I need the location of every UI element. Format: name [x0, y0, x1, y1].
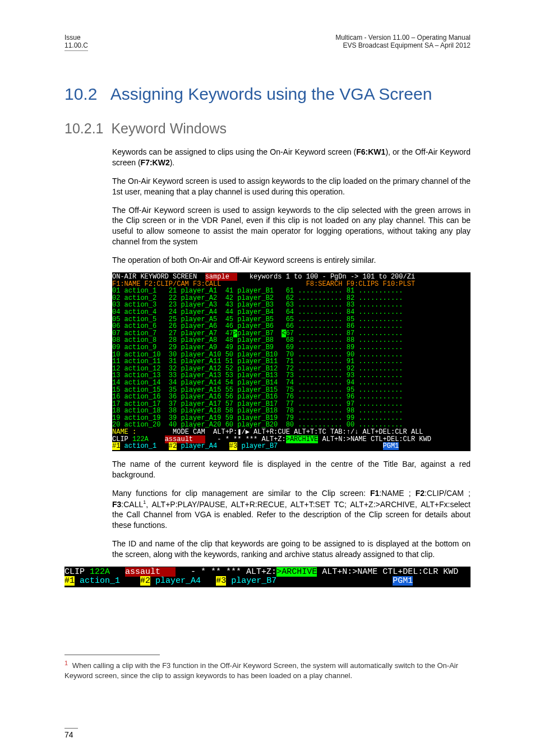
page-number: 74: [64, 728, 78, 739]
paragraph-1: Keywords can be assigned to clips using …: [112, 147, 471, 168]
page-header: Issue 11.00.C Multicam - Version 11.00 –…: [64, 34, 471, 51]
section-number: 10.2: [64, 85, 97, 103]
paragraph-3: The Off-Air Keyword screen is used to as…: [112, 205, 471, 248]
manual-title: Multicam - Version 11.00 – Operating Man…: [335, 34, 471, 41]
subsection-number: 10.2.1: [64, 120, 104, 136]
paragraph-2: The On-Air Keyword screen is used to ass…: [112, 176, 471, 197]
subsection-heading: 10.2.1 Keyword Windows: [64, 120, 471, 137]
footnote-text: When calling a clip with the F3 function…: [64, 661, 458, 680]
section-title-text: Assigning Keywords using the VGA Screen: [110, 85, 432, 103]
footnote-separator: [64, 655, 160, 655]
issue-code: 11.00.C: [64, 41, 88, 49]
terminal-small-screenshot: CLIP 122A assault - * ** *** ALT+Z:>ARCH…: [64, 567, 471, 587]
header-issue: Issue 11.00.C: [64, 34, 88, 51]
paragraph-7: The ID and name of the clip that keyword…: [112, 539, 471, 560]
header-title: Multicam - Version 11.00 – Operating Man…: [335, 34, 471, 51]
paragraph-4: The operation of both On-Air and Off-Air…: [112, 255, 471, 266]
terminal-main-screenshot: ON-AIR KEYWORD SCREEN sample keywords 1 …: [112, 272, 471, 451]
footnote-number: 1: [64, 660, 68, 666]
paragraph-5: The name of the current keyword file is …: [112, 459, 471, 480]
issue-label: Issue: [64, 34, 81, 41]
paragraph-6: Many functions for clip management are s…: [112, 488, 471, 531]
subsection-title-text: Keyword Windows: [111, 120, 227, 136]
footnote-1: 1 When calling a clip with the F3 functi…: [64, 659, 471, 680]
section-heading: 10.2 Assigning Keywords using the VGA Sc…: [64, 85, 471, 104]
manual-subtitle: EVS Broadcast Equipment SA – April 2012: [343, 41, 471, 49]
